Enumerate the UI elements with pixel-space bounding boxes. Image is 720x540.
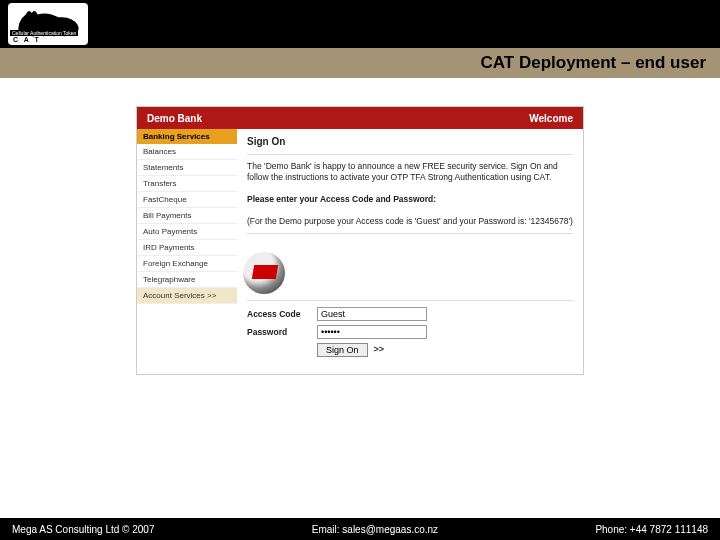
welcome-label: Welcome: [529, 113, 573, 124]
security-seal-icon: [243, 252, 285, 294]
sidebar-item-accountservices[interactable]: Account Services >>: [137, 288, 237, 304]
sidebar: Banking Services Balances Statements Tra…: [137, 129, 237, 374]
access-code-input[interactable]: [317, 307, 427, 321]
bank-body: Banking Services Balances Statements Tra…: [137, 129, 583, 374]
access-code-label: Access Code: [247, 309, 317, 320]
sidebar-item-autopayments[interactable]: Auto Payments: [137, 224, 237, 240]
password-input[interactable]: [317, 325, 427, 339]
sidebar-item-fastcheque[interactable]: FastCheque: [137, 192, 237, 208]
signon-heading: Sign On: [247, 135, 573, 148]
signon-button[interactable]: Sign On: [317, 343, 368, 357]
seal-row: [247, 252, 573, 294]
signon-button-row: Sign On >>: [317, 343, 573, 357]
footer-email: Email: sales@megaas.co.nz: [312, 524, 438, 535]
logo-text: C A T: [13, 36, 41, 43]
sidebar-header: Banking Services: [137, 129, 237, 144]
intro-text: The 'Demo Bank' is happy to announce a n…: [247, 161, 573, 183]
seal-badge-icon: [252, 265, 278, 279]
password-label: Password: [247, 327, 317, 338]
hint-text: (For the Demo purpose your Access code i…: [247, 216, 573, 227]
sidebar-item-transfers[interactable]: Transfers: [137, 176, 237, 192]
bank-name: Demo Bank: [147, 113, 202, 124]
sidebar-item-foreignexchange[interactable]: Foreign Exchange: [137, 256, 237, 272]
sidebar-item-telegraphware[interactable]: Telegraphware: [137, 272, 237, 288]
bank-header: Demo Bank Welcome: [137, 107, 583, 129]
slide-body: Demo Bank Welcome Banking Services Balan…: [0, 78, 720, 490]
prompt-text: Please enter your Access Code and Passwo…: [247, 194, 573, 205]
title-strip: CAT Deployment – end user: [0, 48, 720, 78]
logo-strip: Cellular Authentication Token C A T: [0, 0, 720, 48]
divider: [247, 154, 573, 155]
sidebar-item-billpayments[interactable]: Bill Payments: [137, 208, 237, 224]
cat-logo: Cellular Authentication Token C A T: [8, 3, 88, 45]
footer-left: Mega AS Consulting Ltd © 2007: [12, 524, 154, 535]
sidebar-item-statements[interactable]: Statements: [137, 160, 237, 176]
divider: [247, 233, 573, 234]
sidebar-item-balances[interactable]: Balances: [137, 144, 237, 160]
main-panel: Sign On The 'Demo Bank' is happy to anno…: [237, 129, 583, 374]
slide-header: Cellular Authentication Token C A T CAT …: [0, 0, 720, 78]
footer-phone: Phone: +44 7872 111148: [595, 524, 708, 535]
browser-screenshot: Demo Bank Welcome Banking Services Balan…: [136, 106, 584, 375]
slide-title: CAT Deployment – end user: [481, 53, 706, 73]
arrows-icon: >>: [374, 344, 385, 356]
password-row: Password: [247, 325, 573, 339]
slide-footer: Mega AS Consulting Ltd © 2007 Email: sal…: [0, 518, 720, 540]
access-code-row: Access Code: [247, 307, 573, 321]
sidebar-item-irdpayments[interactable]: IRD Payments: [137, 240, 237, 256]
divider: [247, 300, 573, 301]
